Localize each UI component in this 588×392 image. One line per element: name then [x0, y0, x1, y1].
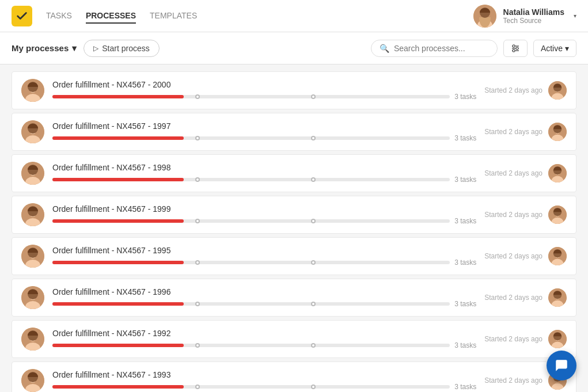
active-chevron-icon: ▾ [565, 44, 569, 53]
process-main: Order fulfillment - NX4567 - 1993 3 task… [52, 370, 476, 391]
process-item[interactable]: Order fulfillment - NX4567 - 1996 3 task… [12, 279, 576, 317]
process-avatar [21, 162, 44, 185]
process-main: Order fulfillment - NX4567 - 1995 3 task… [52, 246, 476, 267]
process-right: Started 2 days ago [484, 247, 567, 265]
active-label: Active [541, 44, 563, 53]
process-list: Order fulfillment - NX4567 - 2000 3 task… [0, 64, 588, 392]
user-company: Tech Source [503, 17, 542, 25]
progress-dot [195, 136, 200, 140]
progress-dot [195, 219, 200, 223]
started-text: Started 2 days ago [484, 169, 543, 177]
started-text: Started 2 days ago [484, 335, 543, 343]
progress-row: 3 tasks [52, 258, 476, 267]
process-item[interactable]: Order fulfillment - NX4567 - 1993 3 task… [12, 361, 576, 392]
tasks-label: 3 tasks [454, 176, 476, 184]
process-item[interactable]: Order fulfillment - NX4567 - 2000 3 task… [12, 71, 576, 109]
process-right: Started 2 days ago [484, 330, 567, 348]
start-process-label: Start process [102, 44, 149, 53]
process-item[interactable]: Order fulfillment - NX4567 - 1992 3 task… [12, 320, 576, 358]
nav-templates[interactable]: TEMPLATES [150, 9, 197, 24]
progress-fill [52, 219, 184, 223]
progress-dot-2 [311, 94, 316, 99]
active-filter-button[interactable]: Active ▾ [533, 40, 576, 57]
progress-dot [195, 343, 200, 348]
started-text: Started 2 days ago [484, 128, 543, 136]
process-title: Order fulfillment - NX4567 - 2000 [52, 80, 476, 89]
progress-dot [195, 94, 200, 99]
tasks-label: 3 tasks [454, 134, 476, 142]
started-text: Started 2 days ago [484, 86, 543, 94]
filter-button[interactable] [503, 40, 528, 57]
process-item[interactable]: Order fulfillment - NX4567 - 1997 3 task… [12, 113, 576, 151]
started-text: Started 2 days ago [484, 376, 543, 385]
svg-point-9 [513, 45, 515, 47]
progress-dot-2 [311, 219, 316, 223]
user-name: Natalia Williams [503, 7, 564, 17]
process-right-avatar [548, 81, 567, 100]
progress-dot [195, 302, 200, 306]
progress-dot-2 [311, 302, 316, 306]
progress-bar [52, 178, 450, 181]
chat-fab-button[interactable] [547, 351, 576, 380]
tasks-label: 3 tasks [454, 217, 476, 225]
progress-fill [52, 261, 184, 264]
process-item[interactable]: Order fulfillment - NX4567 - 1999 3 task… [12, 196, 576, 234]
nav-tasks[interactable]: TASKS [46, 9, 72, 24]
progress-bar [52, 95, 450, 98]
avatar[interactable] [473, 5, 496, 28]
process-avatar [21, 369, 44, 392]
progress-dot [195, 260, 200, 265]
user-chevron-icon[interactable]: ▾ [574, 13, 576, 19]
user-section: Natalia Williams Tech Source ▾ [473, 5, 576, 28]
progress-row: 3 tasks [52, 383, 476, 391]
progress-dot-2 [311, 136, 316, 140]
process-item[interactable]: Order fulfillment - NX4567 - 1998 3 task… [12, 154, 576, 192]
process-title: Order fulfillment - NX4567 - 1998 [52, 163, 476, 172]
my-processes-button[interactable]: My processes ▾ [12, 43, 77, 54]
progress-dot-2 [311, 385, 316, 389]
search-input[interactable] [394, 44, 489, 53]
process-right-avatar [548, 330, 567, 348]
logo[interactable] [12, 6, 32, 26]
process-main: Order fulfillment - NX4567 - 2000 3 task… [52, 80, 476, 101]
process-main: Order fulfillment - NX4567 - 1998 3 task… [52, 163, 476, 184]
chat-icon [554, 358, 569, 373]
process-main: Order fulfillment - NX4567 - 1996 3 task… [52, 287, 476, 308]
progress-row: 3 tasks [52, 93, 476, 101]
search-box[interactable]: 🔍 [371, 40, 498, 57]
progress-dot-2 [311, 177, 316, 182]
process-right-avatar [548, 123, 567, 141]
progress-row: 3 tasks [52, 176, 476, 184]
process-avatar [21, 245, 44, 268]
started-text: Started 2 days ago [484, 211, 543, 219]
nav-processes[interactable]: PROCESSES [86, 9, 136, 24]
process-main: Order fulfillment - NX4567 - 1997 3 task… [52, 121, 476, 142]
process-item[interactable]: Order fulfillment - NX4567 - 1995 3 task… [12, 237, 576, 275]
progress-fill [52, 95, 184, 98]
process-right: Started 2 days ago [484, 205, 567, 224]
progress-fill [52, 302, 184, 306]
process-title: Order fulfillment - NX4567 - 1999 [52, 204, 476, 214]
progress-dot-2 [311, 260, 316, 265]
progress-bar [52, 136, 450, 140]
toolbar-right: 🔍 Active ▾ [371, 40, 576, 57]
progress-bar [52, 219, 450, 223]
tasks-label: 3 tasks [454, 300, 476, 308]
process-title: Order fulfillment - NX4567 - 1993 [52, 370, 476, 379]
tasks-label: 3 tasks [454, 383, 476, 391]
search-icon: 🔍 [380, 44, 389, 53]
progress-bar [52, 302, 450, 306]
process-avatar [21, 79, 44, 102]
toolbar: My processes ▾ ▷ Start process 🔍 Active … [0, 32, 588, 64]
process-title: Order fulfillment - NX4567 - 1997 [52, 121, 476, 131]
tasks-label: 3 tasks [454, 258, 476, 267]
user-info: Natalia Williams Tech Source [503, 7, 564, 25]
progress-fill [52, 178, 184, 181]
progress-fill [52, 136, 184, 140]
progress-dot [195, 177, 200, 182]
process-avatar [21, 203, 44, 226]
start-process-button[interactable]: ▷ Start process [84, 40, 159, 57]
progress-bar [52, 344, 450, 347]
process-main: Order fulfillment - NX4567 - 1999 3 task… [52, 204, 476, 225]
navbar: TASKS PROCESSES TEMPLATES Natalia Willia… [0, 0, 588, 32]
